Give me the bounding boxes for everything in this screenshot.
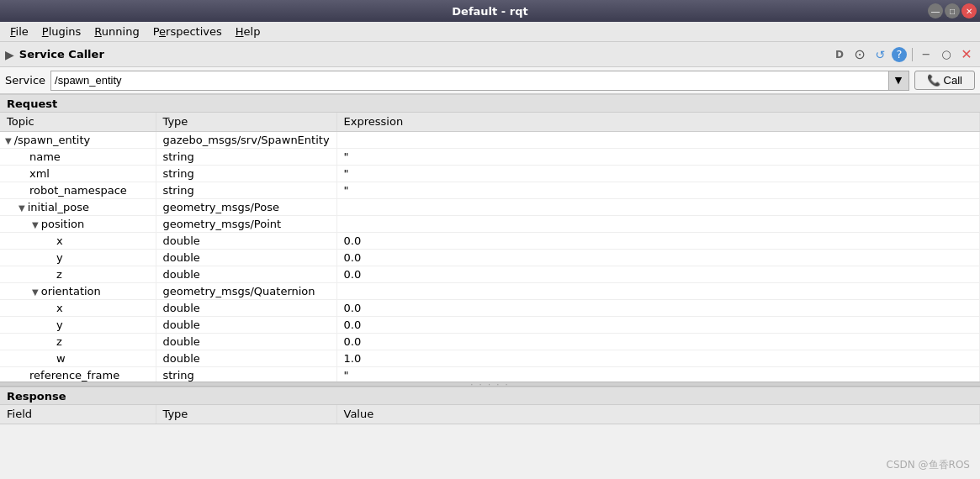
cell-topic: ▼orientation — [0, 282, 156, 299]
cell-topic: x — [0, 232, 156, 249]
topic-text: w — [56, 352, 66, 365]
table-row[interactable]: robot_namespacestring" — [0, 182, 980, 198]
cell-expression[interactable]: " — [336, 165, 979, 182]
expand-arrow[interactable]: ▼ — [32, 287, 39, 297]
splitter-dots: · · · · · — [470, 380, 510, 389]
service-input-wrap: ▼ — [50, 71, 909, 91]
plugin-controls: D ⊙ ↺ ? − ○ ✕ — [831, 46, 975, 63]
plugin-title: Service Caller — [19, 48, 104, 61]
cell-type: geometry_msgs/Quaternion — [156, 282, 336, 299]
cell-expression[interactable]: 0.0 — [336, 266, 979, 282]
maximize-button[interactable]: □ — [945, 3, 960, 18]
menu-plugins[interactable]: Plugins — [35, 24, 88, 39]
cell-type: string — [156, 366, 336, 382]
cell-expression[interactable]: 0.0 — [336, 299, 979, 316]
cell-expression[interactable] — [336, 215, 979, 232]
cell-expression[interactable]: " — [336, 366, 979, 382]
cell-expression[interactable]: 0.0 — [336, 249, 979, 266]
expand-arrow[interactable]: ▼ — [19, 203, 25, 213]
table-row[interactable]: ▼positiongeometry_msgs/Point — [0, 215, 980, 232]
cell-topic: robot_namespace — [0, 182, 156, 198]
topic-text: xml — [29, 167, 50, 180]
table-row[interactable]: zdouble0.0 — [0, 266, 980, 282]
minimize-button[interactable]: — — [928, 3, 943, 18]
cell-expression[interactable] — [336, 198, 979, 215]
service-input[interactable] — [50, 71, 889, 91]
cell-topic: y — [0, 316, 156, 333]
cell-topic: xml — [0, 165, 156, 182]
close-button[interactable]: ✕ — [961, 3, 977, 18]
menu-file[interactable]: File — [3, 24, 35, 39]
ctrl-o[interactable]: ⊙ — [851, 46, 868, 63]
cell-topic: x — [0, 299, 156, 316]
service-dropdown[interactable]: ▼ — [889, 71, 909, 91]
response-section-header: Response — [0, 387, 980, 405]
topic-text: position — [41, 218, 85, 230]
expand-arrow[interactable]: ▼ — [32, 220, 39, 229]
request-section-header: Request — [0, 94, 980, 113]
col-header-field: Field — [0, 405, 156, 424]
cell-expression[interactable]: " — [336, 148, 979, 165]
call-label: Call — [944, 74, 962, 87]
menu-perspectives[interactable]: Perspectives — [146, 24, 229, 39]
topic-text: reference_frame — [29, 369, 119, 382]
table-row[interactable]: ▼orientationgeometry_msgs/Quaternion — [0, 282, 980, 299]
col-header-type: Type — [156, 113, 336, 131]
service-label: Service — [5, 74, 45, 87]
table-row[interactable]: namestring" — [0, 148, 980, 165]
ctrl-dash[interactable]: − — [918, 46, 935, 63]
cell-type: string — [156, 165, 336, 182]
topic-text: x — [56, 302, 63, 314]
service-row: Service ▼ 📞 Call — [0, 67, 980, 94]
table-row[interactable]: ▼initial_posegeometry_msgs/Pose — [0, 198, 980, 215]
cell-expression[interactable] — [336, 131, 979, 148]
cell-topic: w — [0, 350, 156, 366]
request-table: Topic Type Expression ▼/spawn_entitygaze… — [0, 113, 980, 382]
cell-type: string — [156, 148, 336, 165]
topic-text: z — [56, 268, 62, 281]
cell-expression[interactable]: 0.0 — [336, 232, 979, 249]
topic-text: z — [56, 335, 62, 348]
expand-arrow[interactable]: ▼ — [5, 136, 12, 145]
cell-type: double — [156, 232, 336, 249]
cell-topic: ▼position — [0, 215, 156, 232]
table-row[interactable]: xdouble0.0 — [0, 232, 980, 249]
table-row[interactable]: ▼/spawn_entitygazebo_msgs/srv/SpawnEntit… — [0, 131, 980, 148]
ctrl-circle[interactable]: ○ — [938, 46, 955, 63]
ctrl-close[interactable]: ✕ — [958, 46, 975, 63]
response-table-wrap: Field Type Value — [0, 405, 980, 424]
topic-text: x — [56, 234, 63, 247]
watermark: CSDN @鱼香ROS — [887, 458, 970, 472]
cell-topic: reference_frame — [0, 366, 156, 382]
cell-type: geometry_msgs/Pose — [156, 198, 336, 215]
response-table: Field Type Value — [0, 405, 980, 424]
col-header-rtype: Type — [156, 405, 336, 424]
cell-type: string — [156, 182, 336, 198]
ctrl-refresh[interactable]: ↺ — [871, 46, 888, 63]
topic-text: orientation — [41, 285, 101, 297]
cell-expression[interactable]: 1.0 — [336, 350, 979, 366]
table-row[interactable]: wdouble1.0 — [0, 350, 980, 366]
menu-running[interactable]: Running — [87, 24, 146, 39]
col-header-topic: Topic — [0, 113, 156, 131]
menu-help[interactable]: Help — [229, 24, 268, 39]
topic-text: initial_pose — [28, 201, 89, 213]
table-row[interactable]: zdouble0.0 — [0, 333, 980, 350]
table-row[interactable]: xdouble0.0 — [0, 299, 980, 316]
request-table-wrap: Topic Type Expression ▼/spawn_entitygaze… — [0, 113, 980, 382]
cell-expression[interactable] — [336, 282, 979, 299]
table-row[interactable]: ydouble0.0 — [0, 316, 980, 333]
cell-expression[interactable]: 0.0 — [336, 333, 979, 350]
ctrl-help[interactable]: ? — [892, 47, 907, 62]
table-row[interactable]: ydouble0.0 — [0, 249, 980, 266]
cell-type: double — [156, 299, 336, 316]
ctrl-d[interactable]: D — [831, 46, 848, 63]
call-button[interactable]: 📞 Call — [914, 71, 975, 90]
cell-topic: z — [0, 266, 156, 282]
cell-expression[interactable]: " — [336, 182, 979, 198]
cell-expression[interactable]: 0.0 — [336, 316, 979, 333]
topic-text: y — [56, 318, 63, 331]
table-row[interactable]: xmlstring" — [0, 165, 980, 182]
cell-topic: z — [0, 333, 156, 350]
separator — [912, 48, 913, 61]
